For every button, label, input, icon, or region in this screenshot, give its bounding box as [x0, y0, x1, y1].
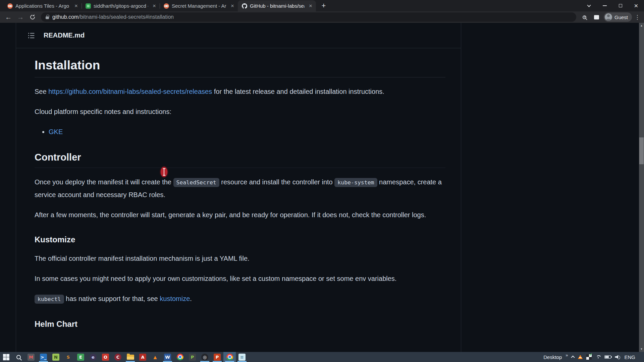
start-icon[interactable] [0, 352, 12, 362]
word-icon[interactable]: W [161, 352, 174, 362]
gitops-green-favicon [86, 3, 91, 9]
sealedsecret-code: SealedSecret [173, 178, 219, 187]
file-explorer-icon[interactable] [124, 352, 137, 362]
text-run: has native support for that, see [64, 295, 160, 302]
scrollbar-thumb[interactable] [639, 137, 644, 164]
tab-title: GitHub - bitnami-labs/sealed-se [250, 3, 305, 9]
taskbar-tray: Desktop » ENG [543, 352, 644, 362]
browser-tab[interactable]: Secret Management - Argo CD -× [160, 0, 238, 11]
kube-system-code: kube-system [334, 178, 377, 187]
url-domain: github.com [52, 14, 78, 20]
reload-icon [29, 14, 36, 20]
media-app-icon[interactable]: M [25, 352, 37, 362]
taskbar: M>_NSEeOCA▲WP◎P≡ Desktop » ENG [0, 352, 644, 362]
tab-close-icon[interactable]: × [307, 3, 314, 9]
helm-chart-heading: Helm Chart [35, 319, 445, 329]
vlc-tray-icon[interactable] [578, 355, 583, 359]
search-icon[interactable] [12, 352, 25, 362]
powerpoint-icon[interactable]: P [211, 352, 223, 362]
pdf-app-icon[interactable]: A [137, 352, 149, 362]
argo-cd-favicon [164, 3, 169, 9]
desktop-label[interactable]: Desktop [543, 354, 562, 360]
new-tab-button[interactable]: + [319, 1, 329, 11]
close-button[interactable]: × [628, 0, 644, 11]
chevron-down-icon [587, 3, 591, 7]
address-bar[interactable]: github.com/bitnami-labs/sealed-secrets#i… [41, 12, 576, 22]
zoom-magnifier-icon [583, 15, 586, 19]
github-favicon [242, 3, 247, 9]
tab-title: Applications Tiles - Argo CD [15, 3, 70, 9]
restore-button[interactable] [612, 0, 628, 11]
eclipse-icon[interactable]: e [87, 352, 99, 362]
avatar [605, 13, 612, 21]
back-button[interactable]: ← [3, 12, 13, 22]
tab-close-icon[interactable]: × [151, 3, 158, 9]
browser-window: Applications Tiles - Argo CD×siddharth/g… [0, 0, 644, 362]
obs-icon[interactable]: ◎ [199, 352, 211, 362]
profile-button[interactable]: Guest [604, 12, 632, 22]
notepad-icon[interactable]: ≡ [236, 352, 248, 362]
custom-paragraph: In some cases you might need to apply yo… [35, 273, 445, 285]
tab-close-icon[interactable]: × [73, 3, 79, 9]
vlc-icon[interactable]: ▲ [149, 352, 161, 362]
notepad-plus-plus-icon[interactable]: N [50, 352, 62, 362]
snipping-tool-icon[interactable]: P [186, 352, 199, 362]
text-run: for the latest release and detailed inst… [212, 88, 384, 95]
controller-heading: Controller [35, 152, 445, 168]
scroll-up-arrow[interactable]: ▲ [639, 23, 644, 28]
lock-icon[interactable] [46, 16, 49, 19]
tab-search-chevron-button[interactable] [581, 0, 597, 11]
argo-cd-favicon [7, 3, 13, 9]
release-paragraph: See https://github.com/bitnami-labs/seal… [35, 85, 445, 98]
table-of-contents-button[interactable] [25, 30, 37, 41]
recorder-tray-icon[interactable] [586, 354, 592, 360]
wifi-icon[interactable] [595, 355, 601, 359]
powershell-icon[interactable]: >_ [37, 352, 50, 362]
official-paragraph: The official controller manifest install… [35, 252, 445, 264]
releases-link[interactable]: https://github.com/bitnami-labs/sealed-s… [48, 88, 212, 95]
screen-recorder-icon[interactable]: O [99, 352, 112, 362]
camtasia-icon[interactable]: C [112, 352, 124, 362]
browser-tab[interactable]: siddharth/gitops-argocd - gitops× [82, 0, 160, 11]
battery-icon[interactable] [604, 355, 611, 359]
reload-button[interactable] [28, 12, 38, 22]
minimize-button[interactable] [597, 0, 612, 11]
controller-paragraph: Once you deploy the manifest it will cre… [35, 176, 445, 201]
tab-strip: Applications Tiles - Argo CD×siddharth/g… [0, 0, 644, 11]
minimize-icon [603, 5, 607, 6]
kubectl-paragraph: kubectl has native support for that, see… [35, 293, 445, 305]
overflow-chevron[interactable]: » [566, 352, 568, 359]
cloud-paragraph: Cloud platform specific notes and instru… [35, 106, 445, 118]
kubectl-code: kubectl [35, 295, 64, 304]
editplus-icon[interactable]: E [74, 352, 87, 362]
close-icon: × [634, 2, 638, 9]
side-panel-icon [594, 15, 599, 19]
tab-strip-tabs: Applications Tiles - Argo CD×siddharth/g… [3, 0, 316, 11]
text-run: See [35, 88, 48, 95]
page-zoom-button[interactable] [580, 12, 590, 22]
chrome-active-icon[interactable] [223, 352, 236, 362]
gke-link[interactable]: GKE [49, 128, 63, 135]
side-panel-button[interactable] [592, 12, 602, 22]
browser-menu-button[interactable]: ⋮ [634, 14, 641, 21]
browser-tab[interactable]: GitHub - bitnami-labs/sealed-se× [238, 0, 316, 11]
forward-button[interactable]: → [15, 12, 25, 22]
show-hidden-icons-button[interactable] [571, 356, 575, 359]
chrome-icon[interactable] [174, 352, 186, 362]
scroll-down-arrow[interactable]: ▼ [639, 347, 644, 352]
volume-icon[interactable] [615, 355, 621, 359]
browser-toolbar: ← → github.com/bitnami-labs/sealed-secre… [0, 11, 644, 23]
readme-article: Installation See https://github.com/bitn… [16, 48, 461, 329]
readme-container: README.md Installation See https://githu… [16, 23, 461, 352]
sublime-text-icon[interactable]: S [62, 352, 74, 362]
browser-tab[interactable]: Applications Tiles - Argo CD× [3, 0, 82, 11]
readme-filename: README.md [44, 32, 85, 39]
kustomize-heading: Kustomize [35, 235, 445, 244]
cloud-list: GKE [35, 126, 445, 138]
text-run: . [190, 295, 192, 302]
scrollbar[interactable]: ▲ ▼ [639, 23, 644, 352]
readme-header: README.md [16, 23, 461, 48]
kustomize-link[interactable]: kustomize [160, 295, 190, 302]
tab-close-icon[interactable]: × [229, 3, 236, 9]
language-indicator[interactable]: ENG [624, 354, 635, 360]
